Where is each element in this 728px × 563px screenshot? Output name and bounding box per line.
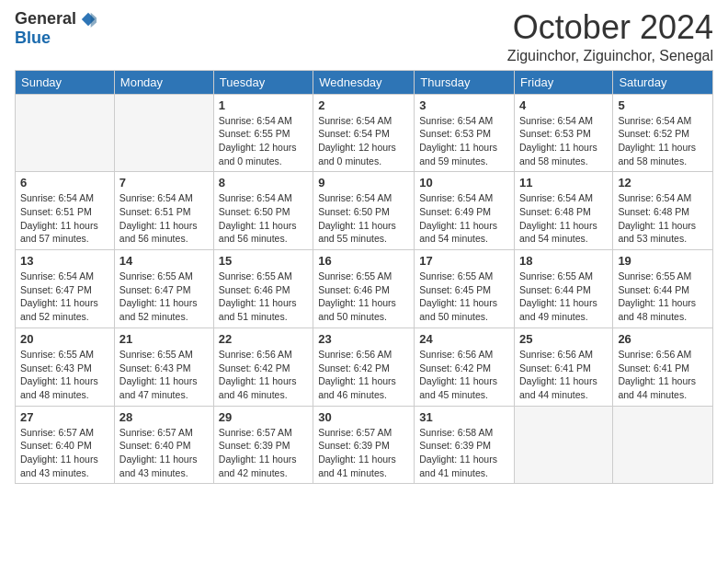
logo-general-text: General — [15, 9, 76, 29]
day-info: Sunrise: 6:54 AMSunset: 6:51 PMDaylight:… — [119, 191, 209, 246]
calendar-cell: 26Sunrise: 6:56 AMSunset: 6:41 PMDayligh… — [613, 327, 713, 406]
calendar-cell: 6Sunrise: 6:54 AMSunset: 6:51 PMDaylight… — [16, 172, 115, 250]
calendar-cell: 21Sunrise: 6:55 AMSunset: 6:43 PMDayligh… — [114, 327, 213, 406]
day-number: 8 — [219, 176, 308, 190]
calendar-header-row: SundayMondayTuesdayWednesdayThursdayFrid… — [16, 70, 713, 94]
day-info: Sunrise: 6:54 AMSunset: 6:48 PMDaylight:… — [618, 191, 708, 246]
day-number: 20 — [20, 332, 109, 346]
day-info: Sunrise: 6:55 AMSunset: 6:43 PMDaylight:… — [119, 348, 209, 402]
day-number: 9 — [318, 176, 409, 190]
svg-marker-1 — [91, 12, 97, 27]
calendar-dow-monday: Monday — [114, 70, 213, 94]
calendar-dow-friday: Friday — [515, 70, 613, 94]
day-info: Sunrise: 6:58 AMSunset: 6:39 PMDaylight:… — [419, 426, 509, 480]
calendar-cell — [16, 94, 115, 172]
logo: General Blue — [15, 9, 97, 48]
day-info: Sunrise: 6:55 AMSunset: 6:44 PMDaylight:… — [519, 270, 608, 324]
calendar-cell: 4Sunrise: 6:54 AMSunset: 6:53 PMDaylight… — [515, 94, 613, 172]
calendar-cell: 15Sunrise: 6:55 AMSunset: 6:46 PMDayligh… — [213, 250, 313, 328]
day-number: 14 — [119, 254, 209, 268]
day-number: 19 — [618, 254, 708, 268]
calendar-dow-sunday: Sunday — [16, 70, 115, 94]
calendar-cell: 31Sunrise: 6:58 AMSunset: 6:39 PMDayligh… — [415, 406, 515, 484]
day-number: 28 — [119, 410, 209, 424]
calendar-cell: 14Sunrise: 6:55 AMSunset: 6:47 PMDayligh… — [114, 250, 213, 328]
day-info: Sunrise: 6:56 AMSunset: 6:41 PMDaylight:… — [519, 348, 608, 402]
day-info: Sunrise: 6:55 AMSunset: 6:46 PMDaylight:… — [219, 270, 308, 324]
day-number: 16 — [318, 254, 409, 268]
calendar-cell: 10Sunrise: 6:54 AMSunset: 6:49 PMDayligh… — [415, 172, 515, 250]
day-number: 7 — [119, 176, 209, 190]
day-number: 1 — [219, 98, 308, 112]
day-info: Sunrise: 6:57 AMSunset: 6:39 PMDaylight:… — [318, 426, 409, 480]
calendar-cell: 5Sunrise: 6:54 AMSunset: 6:52 PMDaylight… — [613, 94, 713, 172]
day-number: 15 — [219, 254, 308, 268]
day-info: Sunrise: 6:57 AMSunset: 6:39 PMDaylight:… — [219, 426, 308, 480]
calendar-cell: 20Sunrise: 6:55 AMSunset: 6:43 PMDayligh… — [16, 327, 115, 406]
day-number: 29 — [219, 410, 308, 424]
calendar-table: SundayMondayTuesdayWednesdayThursdayFrid… — [15, 70, 713, 485]
day-info: Sunrise: 6:54 AMSunset: 6:47 PMDaylight:… — [20, 270, 109, 324]
calendar-cell: 18Sunrise: 6:55 AMSunset: 6:44 PMDayligh… — [515, 250, 613, 328]
day-info: Sunrise: 6:56 AMSunset: 6:42 PMDaylight:… — [318, 348, 409, 402]
page: General Blue October 2024 Ziguinchor, Zi… — [0, 0, 728, 563]
calendar-cell: 30Sunrise: 6:57 AMSunset: 6:39 PMDayligh… — [313, 406, 415, 484]
calendar-dow-wednesday: Wednesday — [313, 70, 415, 94]
day-info: Sunrise: 6:54 AMSunset: 6:51 PMDaylight:… — [20, 191, 109, 246]
day-info: Sunrise: 6:54 AMSunset: 6:54 PMDaylight:… — [318, 114, 409, 168]
day-info: Sunrise: 6:54 AMSunset: 6:52 PMDaylight:… — [618, 114, 708, 168]
day-info: Sunrise: 6:57 AMSunset: 6:40 PMDaylight:… — [119, 426, 209, 480]
day-number: 31 — [419, 410, 509, 424]
day-info: Sunrise: 6:57 AMSunset: 6:40 PMDaylight:… — [20, 426, 109, 480]
day-number: 5 — [618, 98, 708, 112]
calendar-cell: 11Sunrise: 6:54 AMSunset: 6:48 PMDayligh… — [515, 172, 613, 250]
day-number: 4 — [519, 98, 608, 112]
calendar-cell: 28Sunrise: 6:57 AMSunset: 6:40 PMDayligh… — [114, 406, 213, 484]
calendar-cell: 13Sunrise: 6:54 AMSunset: 6:47 PMDayligh… — [16, 250, 115, 328]
day-info: Sunrise: 6:54 AMSunset: 6:55 PMDaylight:… — [219, 114, 308, 168]
calendar-cell: 16Sunrise: 6:55 AMSunset: 6:46 PMDayligh… — [313, 250, 415, 328]
day-number: 18 — [519, 254, 608, 268]
calendar-cell: 25Sunrise: 6:56 AMSunset: 6:41 PMDayligh… — [515, 327, 613, 406]
day-number: 26 — [618, 332, 708, 346]
day-number: 12 — [618, 176, 708, 190]
logo-icon — [80, 11, 97, 28]
day-info: Sunrise: 6:54 AMSunset: 6:49 PMDaylight:… — [419, 191, 509, 246]
day-info: Sunrise: 6:56 AMSunset: 6:42 PMDaylight:… — [219, 348, 308, 402]
calendar-week-3: 13Sunrise: 6:54 AMSunset: 6:47 PMDayligh… — [16, 250, 713, 328]
day-number: 13 — [20, 254, 109, 268]
day-info: Sunrise: 6:55 AMSunset: 6:45 PMDaylight:… — [419, 270, 509, 324]
day-number: 21 — [119, 332, 209, 346]
header: General Blue October 2024 Ziguinchor, Zi… — [15, 9, 713, 64]
calendar-cell — [515, 406, 613, 484]
calendar-week-4: 20Sunrise: 6:55 AMSunset: 6:43 PMDayligh… — [16, 327, 713, 406]
day-number: 24 — [419, 332, 509, 346]
day-info: Sunrise: 6:54 AMSunset: 6:53 PMDaylight:… — [519, 114, 608, 168]
calendar-week-2: 6Sunrise: 6:54 AMSunset: 6:51 PMDaylight… — [16, 172, 713, 250]
day-number: 11 — [519, 176, 608, 190]
day-info: Sunrise: 6:55 AMSunset: 6:44 PMDaylight:… — [618, 270, 708, 324]
day-info: Sunrise: 6:54 AMSunset: 6:50 PMDaylight:… — [219, 191, 308, 246]
day-number: 3 — [419, 98, 509, 112]
calendar-cell: 12Sunrise: 6:54 AMSunset: 6:48 PMDayligh… — [613, 172, 713, 250]
calendar-cell: 24Sunrise: 6:56 AMSunset: 6:42 PMDayligh… — [415, 327, 515, 406]
calendar-cell: 8Sunrise: 6:54 AMSunset: 6:50 PMDaylight… — [213, 172, 313, 250]
calendar-cell: 3Sunrise: 6:54 AMSunset: 6:53 PMDaylight… — [415, 94, 515, 172]
day-info: Sunrise: 6:54 AMSunset: 6:48 PMDaylight:… — [519, 191, 608, 246]
day-info: Sunrise: 6:55 AMSunset: 6:47 PMDaylight:… — [119, 270, 209, 324]
day-info: Sunrise: 6:56 AMSunset: 6:42 PMDaylight:… — [419, 348, 509, 402]
day-info: Sunrise: 6:54 AMSunset: 6:50 PMDaylight:… — [318, 191, 409, 246]
month-title: October 2024 — [507, 9, 713, 46]
day-info: Sunrise: 6:54 AMSunset: 6:53 PMDaylight:… — [419, 114, 509, 168]
day-number: 30 — [318, 410, 409, 424]
calendar-dow-saturday: Saturday — [613, 70, 713, 94]
day-info: Sunrise: 6:55 AMSunset: 6:43 PMDaylight:… — [20, 348, 109, 402]
day-info: Sunrise: 6:56 AMSunset: 6:41 PMDaylight:… — [618, 348, 708, 402]
day-info: Sunrise: 6:55 AMSunset: 6:46 PMDaylight:… — [318, 270, 409, 324]
calendar-cell: 29Sunrise: 6:57 AMSunset: 6:39 PMDayligh… — [213, 406, 313, 484]
logo-blue-text: Blue — [15, 29, 51, 48]
calendar-cell: 2Sunrise: 6:54 AMSunset: 6:54 PMDaylight… — [313, 94, 415, 172]
day-number: 17 — [419, 254, 509, 268]
calendar-cell: 27Sunrise: 6:57 AMSunset: 6:40 PMDayligh… — [16, 406, 115, 484]
calendar-cell: 17Sunrise: 6:55 AMSunset: 6:45 PMDayligh… — [415, 250, 515, 328]
